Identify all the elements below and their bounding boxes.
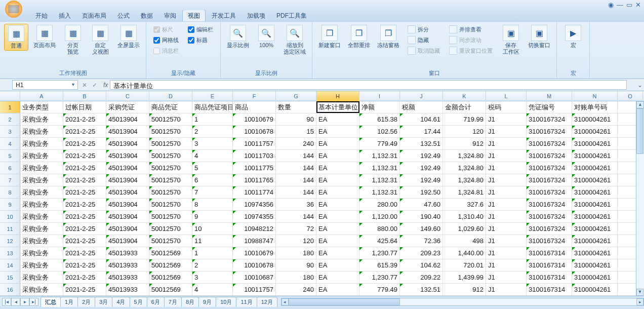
header-cell[interactable]: 基本计量单位	[316, 101, 359, 113]
data-cell[interactable]: 192.49	[400, 162, 443, 174]
data-cell[interactable]: 50012570	[149, 235, 192, 247]
data-cell[interactable]: EA	[316, 284, 359, 295]
data-cell[interactable]: 192.50	[400, 186, 443, 198]
data-cell[interactable]: 10011757	[233, 138, 276, 149]
data-cell[interactable]: 3100004261	[572, 247, 618, 259]
data-cell[interactable]: 180	[276, 272, 316, 283]
data-cell[interactable]: EA	[316, 186, 359, 198]
data-cell[interactable]: 15	[276, 126, 316, 137]
data-cell[interactable]: EA	[316, 199, 359, 210]
data-cell[interactable]: 880.00	[359, 223, 400, 235]
data-cell[interactable]: 3100004261	[572, 150, 618, 162]
data-cell[interactable]: 120	[443, 126, 486, 137]
data-cell[interactable]: 50012570	[149, 211, 192, 222]
data-cell[interactable]: 615.39	[359, 259, 400, 271]
ribbon-tab[interactable]: 数据	[136, 10, 158, 21]
column-header[interactable]: B	[63, 91, 106, 101]
macros-button[interactable]: ▶宏	[561, 24, 585, 50]
header-cell[interactable]: 凭证编号	[527, 101, 572, 113]
spreadsheet-grid[interactable]: ABCDEFGHIJKLMNO 12345678910111213141516 …	[0, 91, 644, 296]
data-cell[interactable]: 240	[276, 284, 316, 295]
data-cell[interactable]: 采购业务	[20, 126, 63, 137]
data-cell[interactable]: 2021-2-25	[63, 223, 106, 235]
data-cell[interactable]: 45013904	[106, 126, 149, 137]
data-cell[interactable]: 2021-2-25	[63, 272, 106, 283]
header-cell[interactable]: 对账单号码	[572, 101, 618, 113]
help-icon[interactable]: ◉	[608, 1, 614, 9]
data-cell[interactable]: EA	[316, 211, 359, 222]
data-cell[interactable]: 1,230.77	[359, 247, 400, 259]
zoom-button[interactable]: 🔍显示比例	[225, 24, 251, 50]
data-cell[interactable]: J1	[486, 259, 527, 271]
header-cell[interactable]: 过帐日期	[63, 101, 106, 113]
data-cell[interactable]: 10011703	[233, 150, 276, 162]
row-header[interactable]: 16	[0, 284, 20, 296]
header-cell[interactable]: 金额合计	[443, 101, 486, 113]
scroll-up-icon[interactable]: ▲	[636, 101, 644, 108]
ribbon-tab[interactable]: 插入	[54, 10, 76, 21]
data-cell[interactable]: 10974356	[233, 199, 276, 210]
data-cell[interactable]: J1	[486, 150, 527, 162]
data-cell[interactable]: 72.36	[400, 235, 443, 247]
data-cell[interactable]: 144	[276, 211, 316, 222]
data-cell[interactable]: J1	[486, 272, 527, 283]
data-cell[interactable]: 45013933	[106, 284, 149, 295]
data-cell[interactable]: 144	[276, 174, 316, 186]
data-cell[interactable]: 1,029.60	[443, 223, 486, 235]
data-cell[interactable]: 50012570	[149, 113, 192, 125]
row-header[interactable]: 15	[0, 272, 20, 284]
data-cell[interactable]: 50012570	[149, 223, 192, 235]
data-cell[interactable]: 采购业务	[20, 223, 63, 235]
data-cell[interactable]: 3100167324	[527, 199, 572, 210]
data-cell[interactable]: 3100167314	[527, 284, 572, 295]
data-cell[interactable]: 192.49	[400, 150, 443, 162]
data-cell[interactable]: 10010679	[233, 247, 276, 259]
column-header[interactable]: G	[276, 91, 316, 101]
header-cell[interactable]: 数量	[276, 101, 316, 113]
row-header[interactable]: 7	[0, 174, 20, 186]
column-header[interactable]: E	[192, 91, 233, 101]
data-cell[interactable]: 采购业务	[20, 259, 63, 271]
data-cell[interactable]: 50012570	[149, 150, 192, 162]
window-button[interactable]: ❐冻结窗格	[375, 24, 401, 50]
data-cell[interactable]: 3100167314	[527, 272, 572, 283]
data-cell[interactable]: 1	[192, 247, 233, 259]
sheet-nav-next-icon[interactable]: ▸	[20, 298, 29, 306]
data-cell[interactable]: 192.49	[400, 174, 443, 186]
data-cell[interactable]: 5	[192, 162, 233, 174]
row-header[interactable]: 8	[0, 186, 20, 199]
data-cell[interactable]: EA	[316, 162, 359, 174]
data-cell[interactable]: 50012569	[149, 284, 192, 295]
data-cell[interactable]: 3100004261	[572, 199, 618, 210]
data-cell[interactable]: 2	[192, 259, 233, 271]
data-cell[interactable]: 45013904	[106, 150, 149, 162]
scroll-thumb[interactable]	[289, 298, 400, 305]
data-cell[interactable]: 3100167324	[527, 150, 572, 162]
data-cell[interactable]: 912	[443, 138, 486, 149]
data-cell[interactable]: 45013933	[106, 259, 149, 271]
column-header[interactable]: M	[527, 91, 572, 101]
column-header[interactable]: J	[400, 91, 443, 101]
data-cell[interactable]: 45013904	[106, 113, 149, 125]
data-cell[interactable]: 8	[192, 199, 233, 210]
show-hide-checkbox[interactable]: 标题	[188, 36, 213, 44]
data-cell[interactable]: EA	[316, 235, 359, 247]
data-cell[interactable]: 10011757	[233, 284, 276, 295]
zoom-button[interactable]: 🔍缩放到选定区域	[281, 24, 308, 56]
data-cell[interactable]: 36	[276, 199, 316, 210]
sheet-tab[interactable]: 5月	[130, 297, 147, 307]
view-button[interactable]: ▦全屏显示	[115, 24, 142, 50]
data-cell[interactable]: 3100004261	[572, 162, 618, 174]
sheet-tab[interactable]: 11月	[236, 297, 257, 307]
restore-icon[interactable]: ▭	[626, 1, 632, 9]
data-cell[interactable]: 2021-2-25	[63, 162, 106, 174]
column-header[interactable]: O	[618, 91, 643, 101]
scroll-down-icon[interactable]: ▼	[636, 289, 643, 296]
formula-input[interactable]: 基本计量单位	[110, 80, 627, 90]
column-header[interactable]: K	[443, 91, 486, 101]
data-cell[interactable]: 190.40	[400, 211, 443, 222]
data-cell[interactable]: 50012569	[149, 272, 192, 283]
header-cell[interactable]: 税码	[486, 101, 527, 113]
data-cell[interactable]: 6	[192, 174, 233, 186]
select-all-corner[interactable]	[0, 91, 20, 101]
